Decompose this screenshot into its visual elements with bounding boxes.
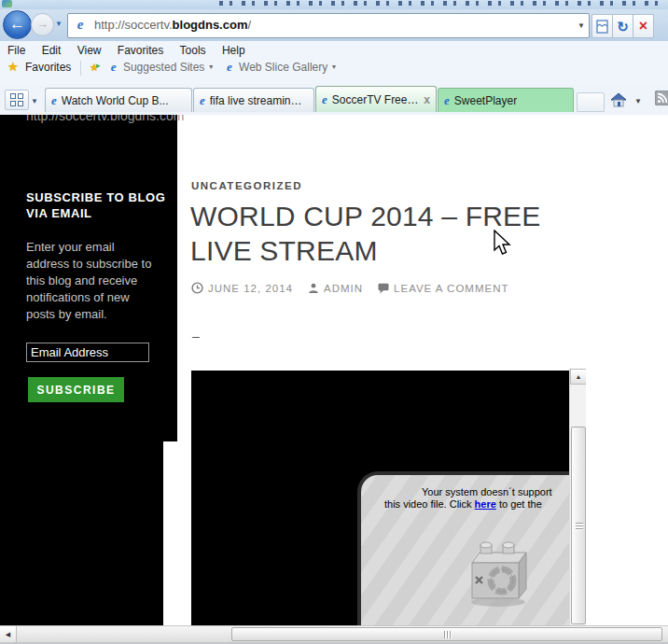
page-viewport: http://soccertv.blogdns.com SUBSCRIBE TO… bbox=[0, 115, 668, 625]
stop-button[interactable]: × bbox=[633, 14, 654, 38]
window-titlebar[interactable] bbox=[0, 0, 668, 9]
navigation-bar: ← → ▼ e http://soccertv.blogdns.com/ ▼ ↻… bbox=[0, 9, 668, 42]
codec-error-line2: this video file. Click here to get the bbox=[384, 498, 542, 510]
app-icon bbox=[2, 0, 12, 7]
tab-favicon-icon: e bbox=[200, 93, 205, 108]
tab-favicon-icon: e bbox=[444, 93, 450, 108]
post-comments-label: LEAVE A COMMENT bbox=[394, 283, 508, 294]
forward-button[interactable]: → bbox=[31, 13, 54, 36]
tab-label: fifa live streaming s... bbox=[210, 94, 308, 107]
subscribe-widget-text: Enter your email address to subscribe to… bbox=[26, 239, 160, 323]
codec-download-link[interactable]: here bbox=[475, 498, 496, 510]
menu-view[interactable]: View bbox=[77, 44, 102, 57]
url-text[interactable]: http://soccertv.blogdns.com/ bbox=[94, 18, 251, 32]
web-slice-gallery-button[interactable]: Web Slice Gallery bbox=[239, 61, 327, 74]
tab-soccertv-active[interactable]: e SoccerTV Free Li... x bbox=[315, 86, 437, 112]
forward-arrow-icon: → bbox=[36, 17, 49, 31]
rss-icon bbox=[655, 91, 668, 105]
tab-sweetplayer[interactable]: e SweetPlayer bbox=[438, 88, 574, 112]
sidebar-lower-block bbox=[0, 441, 163, 625]
favorites-bar: ★ Favorites ★▸ e Suggested Sites ▼ e Web… bbox=[0, 60, 668, 85]
subscribe-widget-title: SUBSCRIBE TO BLOG VIA EMAIL bbox=[26, 189, 166, 221]
tab-favicon-icon: e bbox=[51, 93, 57, 108]
post-title: WORLD CUP 2014 – FREE LIVE STREAM bbox=[190, 199, 582, 268]
quick-tabs-button[interactable] bbox=[5, 90, 29, 110]
post-meta-row: JUNE 12, 2014 ADMIN LEAVE A COMMENT bbox=[191, 282, 524, 294]
address-buttons: ↻ × bbox=[591, 14, 654, 36]
home-button[interactable] bbox=[607, 90, 630, 110]
home-icon bbox=[610, 92, 627, 107]
refresh-button[interactable]: ↻ bbox=[613, 14, 633, 38]
subscribe-button[interactable]: SUBSCRIBE bbox=[28, 377, 124, 402]
menu-edit[interactable]: Edit bbox=[42, 44, 62, 57]
scroll-thumb-grip bbox=[576, 523, 583, 530]
favorites-star-icon: ★ bbox=[7, 60, 19, 74]
add-favorites-arrow-icon: ▸ bbox=[96, 61, 101, 70]
site-favicon-icon: e bbox=[72, 17, 89, 34]
tab-label: Watch World Cup B... bbox=[62, 94, 169, 107]
favorites-button[interactable]: Favorites bbox=[25, 61, 71, 74]
codec-error-line1: Your system doesn´t support bbox=[422, 486, 552, 497]
address-dropdown-icon[interactable]: ▼ bbox=[578, 21, 585, 30]
speech-bubble-icon bbox=[378, 283, 389, 294]
new-tab-button[interactable] bbox=[577, 92, 605, 112]
tab-close-icon[interactable]: x bbox=[420, 93, 430, 106]
horizontal-scrollbar[interactable]: ◀ bbox=[0, 625, 668, 643]
menu-bar: File Edit View Favorites Tools Help bbox=[0, 41, 668, 61]
embed-vertical-scrollbar[interactable]: ▲ bbox=[569, 369, 586, 625]
compatibility-view-button[interactable] bbox=[591, 14, 613, 38]
tab-label: SoccerTV Free Li... bbox=[332, 93, 421, 106]
tab-favicon-icon: e bbox=[322, 92, 327, 107]
back-button[interactable]: ← bbox=[3, 10, 32, 39]
blog-sidebar: http://soccertv.blogdns.com SUBSCRIBE TO… bbox=[0, 115, 177, 441]
stop-x-icon: × bbox=[639, 19, 647, 34]
tab-fifa-live-streaming[interactable]: e fifa live streaming s... bbox=[193, 88, 314, 112]
post-author-label: ADMIN bbox=[324, 283, 363, 294]
menu-tools[interactable]: Tools bbox=[180, 44, 206, 57]
email-address-input[interactable] bbox=[26, 343, 149, 362]
scroll-left-arrow[interactable]: ◀ bbox=[0, 626, 17, 643]
back-arrow-icon: ← bbox=[9, 15, 25, 33]
address-bar[interactable]: e http://soccertv.blogdns.com/ ▼ bbox=[67, 13, 590, 38]
divider bbox=[80, 61, 81, 76]
post-body-text: – bbox=[192, 329, 200, 343]
person-icon bbox=[308, 283, 319, 294]
window-title-clipped-text bbox=[219, 1, 658, 6]
vertical-scroll-thumb[interactable] bbox=[571, 427, 586, 624]
tab-bar: ▼ e Watch World Cup B... e fifa live str… bbox=[0, 84, 668, 117]
suggested-sites-icon: e bbox=[111, 60, 117, 74]
suggested-sites-button[interactable]: Suggested Sites bbox=[123, 61, 204, 74]
tab-watch-world-cup[interactable]: e Watch World Cup B... bbox=[45, 88, 192, 112]
site-title-clipped[interactable]: http://soccertv.blogdns.com bbox=[26, 115, 184, 123]
clock-icon bbox=[191, 282, 203, 294]
web-slice-icon: e bbox=[227, 60, 232, 74]
video-embed: Your system doesn´t support this video f… bbox=[191, 369, 586, 625]
scroll-up-arrow[interactable]: ▲ bbox=[570, 369, 586, 385]
post-category-link[interactable]: UNCATEGORIZED bbox=[191, 180, 302, 191]
post-date[interactable]: JUNE 12, 2014 bbox=[191, 282, 293, 294]
rss-feeds-button[interactable] bbox=[655, 91, 668, 105]
menu-file[interactable]: File bbox=[7, 44, 25, 57]
tab-label: SweetPlayer bbox=[454, 94, 517, 107]
broken-page-icon bbox=[596, 20, 608, 34]
browser-window: ← → ▼ e http://soccertv.blogdns.com/ ▼ ↻… bbox=[0, 0, 668, 644]
home-dropdown-icon[interactable]: ▼ bbox=[634, 97, 642, 105]
tab-list-dropdown-icon[interactable]: ▼ bbox=[31, 97, 38, 105]
recent-pages-dropdown[interactable]: ▼ bbox=[55, 20, 63, 28]
suggested-sites-caret-icon[interactable]: ▼ bbox=[208, 63, 215, 70]
post-comments-link[interactable]: LEAVE A COMMENT bbox=[378, 283, 508, 294]
refresh-icon: ↻ bbox=[617, 20, 629, 34]
post-author[interactable]: ADMIN bbox=[308, 283, 363, 294]
horizontal-scroll-thumb[interactable] bbox=[231, 627, 662, 641]
web-slice-caret-icon[interactable]: ▼ bbox=[331, 63, 338, 70]
scroll-thumb-grip bbox=[444, 631, 452, 638]
post-date-label: JUNE 12, 2014 bbox=[208, 283, 293, 294]
menu-favorites[interactable]: Favorites bbox=[118, 44, 163, 57]
menu-help[interactable]: Help bbox=[222, 44, 245, 57]
codec-box-icon bbox=[465, 537, 534, 609]
